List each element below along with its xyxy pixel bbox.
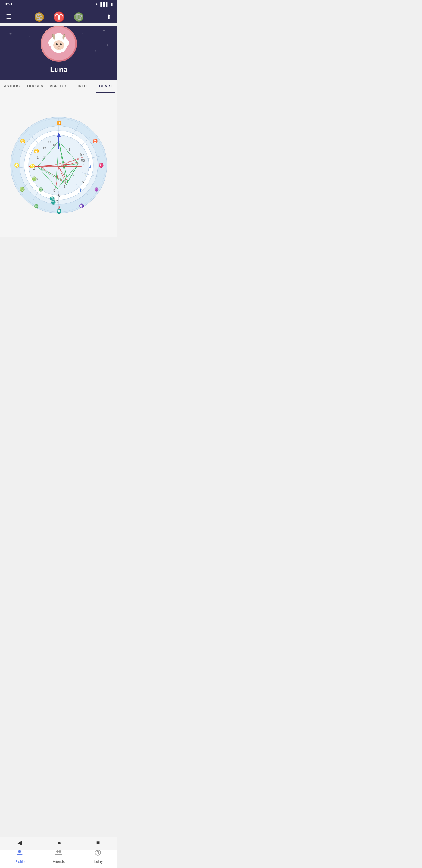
svg-text:5: 5 — [53, 189, 55, 192]
svg-text:♊: ♊ — [56, 121, 62, 126]
svg-text:♒: ♒ — [94, 187, 99, 192]
svg-point-10 — [57, 44, 57, 44]
svg-text:♑: ♑ — [79, 204, 84, 209]
svg-text:♄♂: ♄♂ — [80, 153, 85, 156]
share-button[interactable]: ⬆ — [105, 12, 112, 22]
svg-text:☽: ☽ — [41, 155, 45, 159]
svg-text:♋: ♋ — [34, 149, 39, 154]
svg-text:♀: ♀ — [84, 173, 87, 177]
status-bar: 3:31 ▲ ▌▌▌ ▮ — [0, 0, 118, 8]
svg-text:11: 11 — [48, 141, 52, 144]
svg-text:♍: ♍ — [20, 187, 25, 192]
svg-text:6: 6 — [64, 185, 66, 188]
svg-text:♌: ♌ — [30, 164, 35, 169]
zodiac-prev-icon[interactable]: ♋ — [34, 12, 44, 22]
svg-text:♓: ♓ — [98, 163, 104, 168]
star-deco-1: ✦ — [9, 32, 12, 36]
star-deco-3: ✦ — [102, 29, 105, 33]
svg-text:1: 1 — [37, 156, 38, 159]
svg-text:♏: ♏ — [51, 200, 56, 205]
avatar-illustration — [42, 27, 75, 60]
svg-text:⚷: ⚷ — [58, 206, 60, 210]
tab-info[interactable]: INFO — [70, 80, 94, 93]
svg-point-12 — [58, 46, 60, 47]
chart-area: 10 9 8 7 6 5 4 3 2 1 12 11 — [0, 93, 118, 238]
svg-text:♉: ♉ — [93, 138, 98, 144]
svg-text:⛢: ⛢ — [82, 180, 84, 184]
svg-text:☿⛢: ☿⛢ — [81, 159, 85, 162]
natal-chart-svg: 10 9 8 7 6 5 4 3 2 1 12 11 — [7, 114, 110, 216]
svg-text:♍: ♍ — [32, 176, 37, 181]
zodiac-next-icon[interactable]: ♍ — [73, 12, 84, 22]
svg-text:⊗: ⊗ — [57, 193, 60, 198]
tab-astros[interactable]: ASTROS — [0, 80, 24, 93]
star-deco-2: ✦ — [18, 41, 20, 43]
user-name: Luna — [50, 65, 67, 74]
avatar — [41, 26, 77, 62]
svg-text:7: 7 — [72, 174, 74, 178]
header-top: ☰ ♋ ♈ ♍ ⬆ — [5, 11, 112, 23]
tab-chart[interactable]: CHART — [94, 80, 118, 93]
menu-button[interactable]: ☰ — [5, 12, 13, 22]
avatar-section: ✦ ✦ ✦ ✦ ✦ — [0, 26, 118, 80]
svg-text:9: 9 — [68, 148, 70, 151]
svg-text:♋: ♋ — [20, 138, 26, 144]
tabs: ASTROS HOUSES ASPECTS INFO CHART — [0, 80, 118, 93]
star-deco-4: ✦ — [106, 44, 108, 46]
svg-point-8 — [56, 43, 58, 45]
battery-icon: ▮ — [110, 2, 112, 6]
svg-point-9 — [60, 43, 62, 45]
svg-text:♌: ♌ — [14, 163, 20, 168]
tab-houses[interactable]: HOUSES — [24, 80, 47, 93]
svg-text:♃: ♃ — [88, 165, 91, 169]
svg-text:♎: ♎ — [38, 187, 43, 192]
wifi-icon: ▲ — [95, 2, 98, 6]
svg-text:♎: ♎ — [34, 204, 38, 208]
svg-text:12: 12 — [42, 147, 46, 150]
zodiac-nav: ♋ ♈ ♍ — [34, 11, 84, 23]
zodiac-active-icon[interactable]: ♈ — [53, 11, 65, 23]
signal-icon: ▌▌▌ — [100, 2, 109, 6]
star-deco-5: ✦ — [95, 50, 96, 52]
svg-text:☊: ☊ — [56, 200, 59, 204]
status-icons: ▲ ▌▌▌ ▮ — [95, 2, 112, 6]
svg-point-7 — [53, 40, 64, 50]
status-time: 3:31 — [5, 2, 13, 6]
svg-text:♆: ♆ — [79, 188, 82, 193]
header: ☰ ♋ ♈ ♍ ⬆ — [0, 8, 118, 23]
astro-chart[interactable]: 10 9 8 7 6 5 4 3 2 1 12 11 — [7, 114, 110, 216]
svg-point-11 — [61, 44, 61, 44]
svg-text:4: 4 — [43, 186, 44, 189]
tab-aspects[interactable]: ASPECTS — [47, 80, 70, 93]
svg-text:♄: ♄ — [82, 163, 85, 167]
